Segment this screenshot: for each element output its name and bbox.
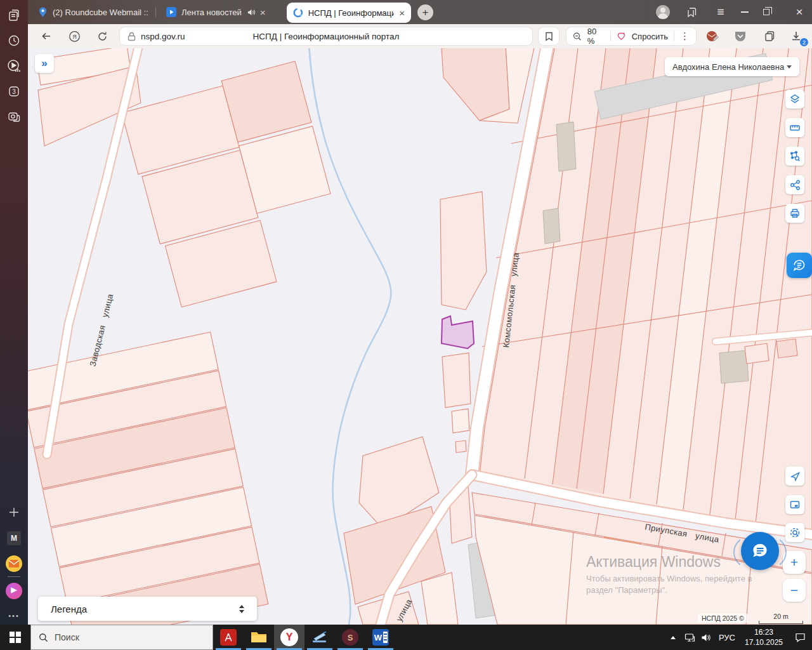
legend-panel-toggle[interactable]: Легенда (38, 597, 257, 621)
media-player-icon[interactable] (0, 56, 28, 76)
user-name: Авдохина Елена Николаевна (672, 62, 784, 72)
expand-panel-button[interactable]: » (35, 54, 54, 73)
tab-close-icon[interactable]: × (399, 8, 405, 18)
window-restore-button[interactable] (755, 0, 778, 24)
tray-time: 16:23 (740, 627, 788, 637)
download-count-badge: 2 (800, 38, 808, 46)
overview-map-button[interactable] (785, 495, 804, 514)
ask-ai-icon (617, 31, 626, 41)
taskbar-app-s[interactable]: S (335, 625, 365, 650)
yandex-services-button[interactable]: Я (65, 27, 84, 46)
print-tool-button[interactable] (785, 204, 804, 223)
clock[interactable]: 16:23 17.10.2025 (740, 627, 788, 647)
window-minimize-button[interactable] (735, 0, 755, 24)
gmail-shortcut-icon[interactable]: M (0, 528, 28, 548)
spatial-search-tool-button[interactable] (785, 147, 804, 166)
map-viewport: Заводская улица Комсомольская улица Приу… (28, 48, 812, 625)
scale-bar (759, 621, 803, 624)
my-location-button[interactable] (785, 467, 804, 486)
zoom-level[interactable]: 80 % (587, 27, 605, 46)
lock-icon (128, 32, 136, 41)
window-close-button[interactable]: × (788, 0, 811, 24)
back-button[interactable] (37, 27, 56, 46)
windows-logo-icon (10, 632, 21, 643)
chat-support-button[interactable] (741, 532, 779, 570)
nspd-favicon (293, 8, 303, 18)
tab-audio-icon[interactable] (247, 8, 255, 17)
bookmarks-panel-icon[interactable] (681, 0, 700, 24)
add-panel-icon[interactable] (0, 502, 28, 522)
taskbar-app-explorer[interactable] (244, 625, 274, 650)
profile-avatar[interactable] (653, 0, 672, 24)
map-scale: 20 m (759, 613, 803, 624)
tab-label: НСПД | Геоинформаци (308, 8, 395, 18)
history-icon[interactable] (0, 30, 28, 51)
svg-text:Я: Я (72, 34, 77, 40)
tray-date: 17.10.2025 (740, 637, 788, 647)
bookmark-page-button[interactable] (538, 27, 560, 46)
tab-label: (2) Roundcube Webmail :: (53, 8, 148, 17)
dropdown-caret-icon (787, 65, 792, 69)
browser-sidebar: 3 M ••• (0, 0, 28, 625)
search-placeholder: Поиск (55, 632, 79, 642)
search-area-button[interactable] (785, 523, 804, 542)
action-center-icon[interactable] (788, 625, 812, 650)
measure-tool-button[interactable] (785, 118, 804, 137)
tab-roundcube[interactable]: (2) Roundcube Webmail :: (38, 0, 148, 24)
reload-button[interactable] (93, 27, 112, 46)
folder-icon (251, 630, 267, 644)
tab-label: Лента новостей (181, 8, 242, 17)
svg-text:3: 3 (12, 88, 16, 95)
chip-more-icon[interactable]: ⋮ (680, 30, 690, 42)
volume-icon[interactable] (698, 625, 714, 650)
scale-label: 20 m (773, 613, 788, 620)
tab-divider (155, 7, 156, 17)
taskbar-app-yandex-browser[interactable]: Y (274, 625, 304, 650)
roundcube-favicon (38, 7, 48, 18)
zoom-out-button[interactable]: − (783, 579, 806, 602)
browser-tools-chip: 80 % Спросить ⋮ (566, 27, 697, 46)
desktop: 3 M ••• (2) Roundcube Webmail :: Л (0, 0, 812, 650)
screenshot-icon[interactable] (0, 107, 28, 127)
taskbar-app-word[interactable]: W (365, 625, 396, 650)
legend-label: Легенда (51, 604, 87, 614)
layers-tool-button[interactable] (785, 90, 804, 109)
alice-assistant-icon[interactable] (0, 581, 28, 601)
sidebar-more-icon[interactable]: ••• (0, 606, 28, 626)
windows-taskbar: Поиск Y S W РУС 1 (0, 625, 812, 650)
extension-pocket-icon[interactable] (732, 29, 749, 44)
zoom-out-icon[interactable] (573, 32, 582, 41)
tab-close-icon[interactable]: × (260, 8, 266, 17)
scanner-icon (311, 630, 328, 644)
ask-ai-button[interactable]: Спросить (632, 32, 668, 41)
feedback-button[interactable] (787, 253, 812, 278)
extension-copy-icon[interactable] (761, 29, 778, 44)
taskbar-app-acrobat[interactable] (213, 625, 244, 650)
chip-separator (610, 31, 611, 41)
network-icon[interactable] (681, 625, 698, 650)
yandex-mail-icon[interactable] (0, 554, 28, 574)
browser-menu-icon[interactable]: ≡ (710, 0, 731, 24)
search-icon (39, 633, 48, 642)
start-button[interactable] (0, 625, 30, 650)
language-indicator[interactable]: РУС (714, 633, 740, 642)
address-input[interactable]: nspd.gov.ru НСПД | Геоинформационный пор… (119, 27, 533, 46)
user-account-dropdown[interactable]: Авдохина Елена Николаевна (665, 57, 799, 76)
tab-news-feed[interactable]: Лента новостей × (166, 0, 266, 24)
map-attribution: НСПД 2025 © (698, 614, 748, 623)
browser-addressbar: Я nspd.gov.ru НСПД | Геоинформационный п… (28, 24, 812, 48)
legend-collapse-icon (239, 605, 244, 613)
tab-counter-icon[interactable]: 3 (0, 81, 28, 102)
tabs-panel-icon[interactable] (0, 5, 28, 25)
chip-separator (674, 31, 674, 41)
extension-mail-icon[interactable] (704, 29, 721, 44)
taskbar-app-scanner[interactable] (304, 625, 335, 650)
new-tab-button[interactable]: + (417, 4, 433, 20)
tab-nspd-active[interactable]: НСПД | Геоинформаци × (287, 3, 411, 23)
sidebar-divider (8, 576, 20, 577)
downloads-button[interactable]: 2 (788, 29, 804, 44)
cadastral-map[interactable]: Заводская улица Комсомольская улица Приу… (28, 48, 812, 625)
share-tool-button[interactable] (785, 175, 804, 194)
taskbar-search-input[interactable]: Поиск (30, 625, 213, 650)
tray-chevron-icon[interactable] (665, 625, 681, 650)
